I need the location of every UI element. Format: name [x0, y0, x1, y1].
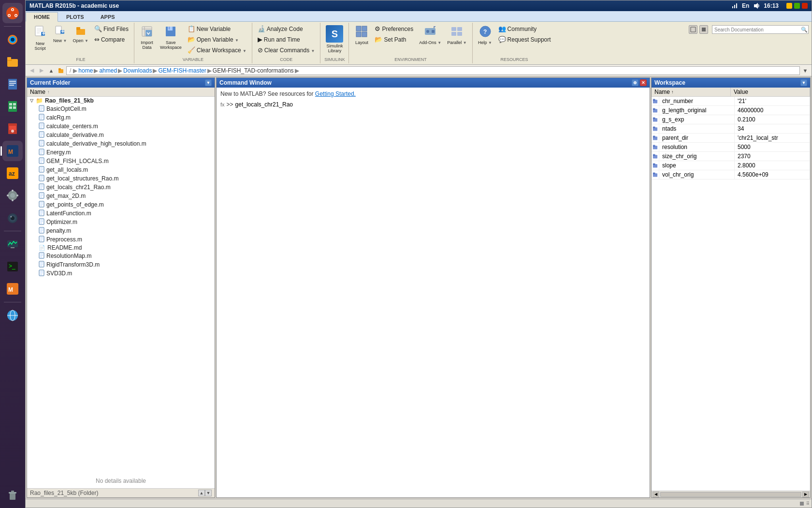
file-list-item[interactable]: get_all_locals.m [27, 165, 215, 174]
current-folder-options-button[interactable]: ▼ [205, 79, 212, 86]
add-ons-button[interactable]: Add-Ons ▼ [417, 24, 444, 46]
workspace-row[interactable]: parent_dir'chr21_local_str [652, 134, 810, 143]
request-support-button[interactable]: 💬 Request Support [496, 34, 553, 45]
tab-apps[interactable]: APPS [92, 12, 123, 21]
import-data-button[interactable]: ImportData [137, 24, 157, 51]
dock-trash[interactable] [2, 485, 23, 505]
workspace-scrollbar[interactable]: ◀ ▶ [652, 491, 810, 497]
open-button[interactable]: Open ▼ [70, 24, 90, 45]
breadcrumb-gem-fish-master[interactable]: GEM-FISH-master [158, 67, 206, 74]
workspace-row[interactable]: chr_number'21' [652, 97, 810, 106]
file-list-item[interactable]: calculate_centers.m [27, 122, 215, 131]
file-list-item[interactable]: RigidTransform3D.m [27, 260, 215, 269]
workspace-row[interactable]: vol_chr_orig4.5600e+09 [652, 170, 810, 179]
dock-matlab[interactable]: M [2, 141, 23, 161]
workspace-row[interactable]: resolution5000 [652, 143, 810, 152]
dock-calc[interactable] [2, 96, 23, 117]
simulink-library-button[interactable]: S SimulinkLibrary [323, 24, 346, 55]
dock-amazon[interactable]: az [2, 163, 23, 183]
scroll-up-btn[interactable]: ▲ [198, 490, 205, 496]
clear-commands-button[interactable]: ⊘ Clear Commands ▼ [255, 45, 318, 55]
file-list-item[interactable]: get_points_of_edge.m [27, 200, 215, 209]
set-path-button[interactable]: 📂 Set Path [372, 34, 416, 45]
open-variable-button[interactable]: 📂 Open Variable ▼ [185, 34, 249, 45]
dock-camera[interactable] [2, 208, 23, 228]
workspace-row[interactable]: g_s_exp0.2100 [652, 115, 810, 124]
file-list-item[interactable]: calcRg.m [27, 113, 215, 122]
scroll-down-btn[interactable]: ▼ [205, 490, 212, 496]
save-workspace-button[interactable]: SaveWorkspace [158, 24, 184, 51]
file-list-item[interactable]: calculate_derivative_high_resolution.m [27, 139, 215, 148]
search-documentation-input[interactable] [712, 25, 809, 34]
clear-workspace-button[interactable]: 🧹 Clear Workspace ▼ [185, 45, 249, 55]
file-list-item[interactable]: penalty.m [27, 226, 215, 235]
find-files-button[interactable]: 🔍 Find Files [92, 24, 131, 34]
toolbar-btn-2[interactable] [699, 25, 708, 34]
layout-button[interactable]: Layout [352, 24, 371, 46]
new-button[interactable]: + New ▼ [51, 24, 69, 45]
back-button[interactable]: ◀ [28, 66, 36, 75]
folder-tree[interactable]: ▽ 📁 Rao_files_21_5kb BasicOptCell.mcalcR… [27, 97, 215, 474]
help-button[interactable]: ? Help ▼ [476, 24, 495, 46]
dock-firefox[interactable] [2, 30, 23, 50]
community-button[interactable]: 👥 Community [496, 24, 553, 34]
file-list-item[interactable]: GEM_FISH_LOCALS.m [27, 157, 215, 165]
forward-button[interactable]: ▶ [37, 66, 46, 75]
browse-button[interactable] [57, 66, 65, 75]
dock-terminal[interactable]: >_ [2, 256, 23, 277]
new-variable-button[interactable]: 📋 New Variable [185, 24, 249, 34]
file-list-item[interactable]: BasicOptCell.m [27, 105, 215, 113]
analyze-code-button[interactable]: 🔬 Analyze Code [255, 24, 318, 34]
file-list-item[interactable]: 📄README.md [27, 244, 215, 252]
preferences-button[interactable]: ⚙ Preferences [372, 24, 416, 34]
run-and-time-button[interactable]: ▶ Run and Time [255, 34, 318, 45]
getting-started-link[interactable]: Getting Started. [315, 90, 356, 97]
close-btn[interactable] [802, 3, 808, 9]
up-button[interactable]: ▲ [47, 66, 56, 75]
workspace-row[interactable]: ntads34 [652, 124, 810, 134]
dock-impress[interactable] [2, 119, 23, 139]
file-list-item[interactable]: Energy.m [27, 148, 215, 157]
dock-browser[interactable] [2, 305, 23, 326]
file-list-item[interactable]: Optimizer.m [27, 218, 215, 226]
breadcrumb-downloads[interactable]: Downloads [123, 67, 152, 74]
workspace-row[interactable]: slope2.8000 [652, 161, 810, 170]
toolbar-btn-1[interactable] [689, 25, 697, 34]
command-window-close-button[interactable]: ✕ [640, 79, 647, 86]
workspace-row[interactable]: size_chr_orig2370 [652, 152, 810, 161]
file-list-item[interactable]: ResolutionMap.m [27, 252, 215, 260]
dock-files[interactable] [2, 52, 23, 72]
command-window-options-button[interactable]: ⊕ [632, 79, 638, 86]
file-list-item[interactable]: calculate_derivative.m [27, 131, 215, 139]
new-script-button[interactable]: + NewScript [30, 24, 50, 52]
maximize-btn[interactable] [794, 3, 800, 9]
file-list-item[interactable]: get_local_structures_Rao.m [27, 174, 215, 183]
address-dropdown-button[interactable]: ▼ [801, 66, 810, 75]
workspace-row[interactable]: g_length_original46000000 [652, 106, 810, 115]
search-submit-button[interactable]: 🔍 [800, 25, 809, 34]
file-list-item[interactable]: LatentFunction.m [27, 209, 215, 218]
compare-button[interactable]: ⇔ Compare [92, 34, 131, 45]
folder-root-item[interactable]: ▽ 📁 Rao_files_21_5kb [27, 97, 215, 105]
dock-writer[interactable] [2, 74, 23, 94]
dock-ubuntu-button[interactable] [2, 3, 23, 23]
root-expand-btn[interactable]: ▽ [30, 98, 35, 103]
tab-plots[interactable]: PLOTS [58, 12, 92, 21]
parallel-button[interactable]: Parallel ▼ [445, 24, 469, 46]
minimize-btn[interactable] [786, 3, 792, 9]
dock-matlab2[interactable]: M [2, 279, 23, 299]
breadcrumb-home[interactable]: home [78, 67, 93, 74]
dock-settings[interactable] [2, 185, 23, 206]
workspace-options-button[interactable]: ▼ [800, 79, 807, 86]
file-list-item[interactable]: SVD3D.m [27, 269, 215, 278]
command-window-content[interactable]: New to MATLAB? See resources for Getting… [217, 88, 650, 497]
ws-scrollbar-track[interactable] [660, 492, 801, 497]
file-list-item[interactable]: get_locals_chr21_Rao.m [27, 183, 215, 192]
tab-home[interactable]: HOME [26, 12, 58, 22]
ws-scroll-left[interactable]: ◀ [652, 492, 659, 497]
ws-scroll-right[interactable]: ▶ [802, 492, 809, 497]
file-list-item[interactable]: get_max_2D.m [27, 192, 215, 200]
file-list-item[interactable]: Preprocess.m [27, 235, 215, 244]
dock-activity-monitor[interactable] [2, 234, 23, 254]
breadcrumb-ahmed[interactable]: ahmed [99, 67, 117, 74]
